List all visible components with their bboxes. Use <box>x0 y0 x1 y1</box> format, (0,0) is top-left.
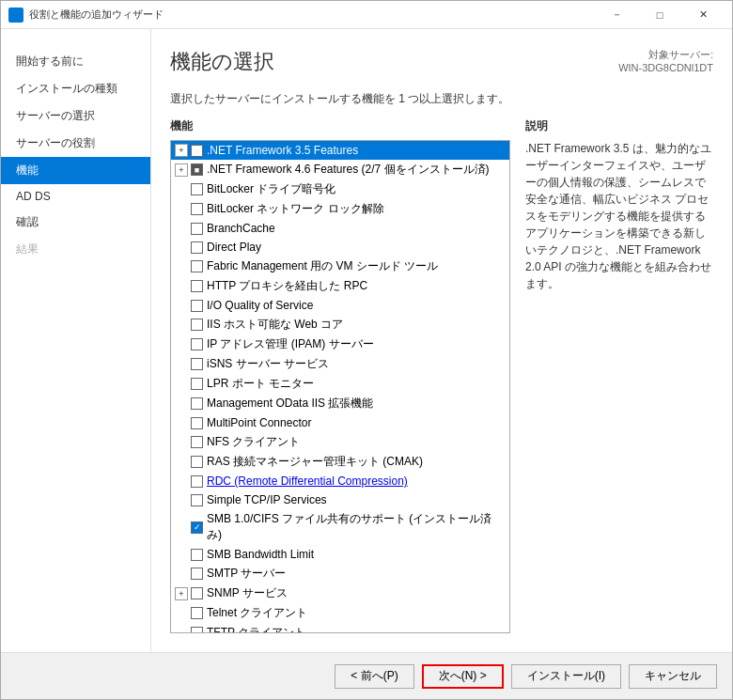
feature-item[interactable]: Simple TCP/IP Services <box>171 490 509 509</box>
feature-label: HTTP プロキシを経由した RPC <box>207 278 367 294</box>
feature-item[interactable]: NFS クライアント <box>171 432 509 452</box>
feature-checkbox[interactable] <box>191 223 203 235</box>
feature-label: Telnet クライアント <box>207 605 307 621</box>
sidebar-item-ad-ds[interactable]: AD DS <box>1 184 150 209</box>
feature-label: TFTP クライアント <box>207 625 305 633</box>
expand-icon[interactable]: + <box>175 163 188 177</box>
feature-label: LPR ポート モニター <box>207 376 314 392</box>
feature-checkbox[interactable] <box>191 607 203 619</box>
feature-checkbox[interactable] <box>191 241 203 254</box>
feature-item[interactable]: TFTP クライアント <box>171 623 509 633</box>
feature-item[interactable]: HTTP プロキシを経由した RPC <box>171 276 509 296</box>
feature-label: Direct Play <box>207 241 261 254</box>
feature-label: BitLocker ドライブ暗号化 <box>207 181 335 197</box>
feature-checkbox[interactable] <box>191 456 203 468</box>
feature-checkbox[interactable] <box>191 145 203 157</box>
sidebar-item-server-role[interactable]: サーバーの役割 <box>1 130 150 157</box>
close-button[interactable]: ✕ <box>681 1 725 29</box>
feature-checkbox[interactable] <box>191 260 203 272</box>
feature-item[interactable]: SMTP サーバー <box>171 564 509 583</box>
minimize-button[interactable]: － <box>595 1 638 29</box>
feature-item[interactable]: IIS ホスト可能な Web コア <box>171 315 509 334</box>
feature-item[interactable]: RAS 接続マネージャー管理キット (CMAK) <box>171 452 509 472</box>
description-panel: 説明 .NET Framework 3.5 は、魅力的なユーザーインターフェイス… <box>525 118 713 633</box>
feature-item[interactable]: Fabric Management 用の VM シールド ツール <box>171 257 509 276</box>
feature-checkbox[interactable] <box>191 378 203 390</box>
feature-list[interactable]: +.NET Framework 3.5 Features+■.NET Frame… <box>170 140 510 633</box>
feature-label: MultiPoint Connector <box>207 416 311 429</box>
feature-checkbox[interactable] <box>191 568 203 580</box>
feature-item[interactable]: MultiPoint Connector <box>171 413 509 432</box>
instruction-text: 選択したサーバーにインストールする機能を 1 つ以上選択します。 <box>170 91 713 107</box>
feature-checkbox[interactable]: ■ <box>191 163 203 176</box>
feature-checkbox[interactable] <box>191 319 203 331</box>
feature-checkbox[interactable] <box>191 475 203 488</box>
sidebar-item-result: 結果 <box>1 236 150 263</box>
feature-label: SMB 1.0/CIFS ファイル共有のサポート (インストール済み) <box>207 511 506 543</box>
feature-checkbox[interactable]: ✓ <box>191 521 203 534</box>
server-label: 対象サーバー: <box>618 48 713 62</box>
feature-checkbox[interactable] <box>191 338 203 350</box>
footer: < 前へ(P) 次へ(N) > インストール(I) キャンセル <box>1 652 732 699</box>
feature-checkbox[interactable] <box>191 203 203 215</box>
sidebar-item-server-select[interactable]: サーバーの選択 <box>1 102 150 130</box>
feature-item[interactable]: RDC (Remote Differential Compression) <box>171 472 509 490</box>
sidebar-item-before-start[interactable]: 開始する前に <box>1 48 150 75</box>
feature-item[interactable]: BitLocker ネットワーク ロック解除 <box>171 199 509 219</box>
feature-checkbox[interactable] <box>191 397 203 410</box>
feature-label: SMTP サーバー <box>207 566 286 582</box>
feature-checkbox[interactable] <box>191 183 203 195</box>
description-label: 説明 <box>525 118 713 134</box>
two-column-layout: 機能 +.NET Framework 3.5 Features+■.NET Fr… <box>170 118 713 633</box>
feature-label: iSNS サーバー サービス <box>207 356 329 372</box>
feature-item[interactable]: BitLocker ドライブ暗号化 <box>171 179 509 199</box>
feature-label: Fabric Management 用の VM シールド ツール <box>207 258 438 274</box>
feature-item[interactable]: LPR ポート モニター <box>171 374 509 394</box>
feature-label: I/O Quality of Service <box>207 299 313 312</box>
feature-label: RAS 接続マネージャー管理キット (CMAK) <box>207 454 423 470</box>
window-controls: － □ ✕ <box>595 1 725 29</box>
feature-checkbox[interactable] <box>191 358 203 370</box>
feature-item[interactable]: Telnet クライアント <box>171 603 509 623</box>
maximize-button[interactable]: □ <box>638 1 681 29</box>
cancel-button[interactable]: キャンセル <box>629 664 717 689</box>
sidebar-item-features[interactable]: 機能 <box>1 157 150 184</box>
feature-checkbox[interactable] <box>191 300 203 312</box>
feature-label: RDC (Remote Differential Compression) <box>207 474 408 488</box>
feature-checkbox[interactable] <box>191 280 203 292</box>
feature-checkbox[interactable] <box>191 549 203 561</box>
install-button[interactable]: インストール(I) <box>511 664 621 689</box>
page-title: 機能の選択 <box>170 48 274 76</box>
feature-item[interactable]: I/O Quality of Service <box>171 296 509 315</box>
sidebar-item-install-type[interactable]: インストールの種類 <box>1 75 150 102</box>
expand-icon[interactable]: + <box>175 144 188 157</box>
feature-label: NFS クライアント <box>207 434 300 450</box>
feature-checkbox[interactable] <box>191 627 203 633</box>
feature-checkbox[interactable] <box>191 494 203 506</box>
feature-checkbox[interactable] <box>191 417 203 429</box>
feature-item[interactable]: IP アドレス管理 (IPAM) サーバー <box>171 334 509 354</box>
feature-item[interactable]: SMB Bandwidth Limit <box>171 545 509 564</box>
feature-label: Management OData IIS 拡張機能 <box>207 396 373 412</box>
server-info: 対象サーバー: WIN-3DG8CDNl1DT <box>618 48 713 73</box>
feature-label: BitLocker ネットワーク ロック解除 <box>207 201 384 217</box>
feature-item[interactable]: +SNMP サービス <box>171 583 509 603</box>
feature-item[interactable]: Management OData IIS 拡張機能 <box>171 394 509 413</box>
feature-item[interactable]: +■.NET Framework 4.6 Features (2/7 個をインス… <box>171 160 509 179</box>
feature-item[interactable]: ✓SMB 1.0/CIFS ファイル共有のサポート (インストール済み) <box>171 509 509 545</box>
expand-icon[interactable]: + <box>175 587 188 600</box>
feature-checkbox[interactable] <box>191 436 203 448</box>
feature-panel: 機能 +.NET Framework 3.5 Features+■.NET Fr… <box>170 118 510 633</box>
next-button[interactable]: 次へ(N) > <box>422 664 504 689</box>
feature-checkbox[interactable] <box>191 587 203 599</box>
title-bar: 役割と機能の追加ウィザード － □ ✕ <box>1 1 732 29</box>
prev-button[interactable]: < 前へ(P) <box>335 664 413 689</box>
content-area: 開始する前に インストールの種類 サーバーの選択 サーバーの役割 機能 AD D… <box>1 29 732 652</box>
feature-item[interactable]: iSNS サーバー サービス <box>171 354 509 374</box>
feature-item[interactable]: Direct Play <box>171 238 509 257</box>
feature-item[interactable]: +.NET Framework 3.5 Features <box>171 141 509 160</box>
feature-item[interactable]: BranchCache <box>171 219 509 238</box>
sidebar-item-confirm[interactable]: 確認 <box>1 209 150 236</box>
page-header: 機能の選択 対象サーバー: WIN-3DG8CDNl1DT <box>170 48 713 76</box>
feature-label: SNMP サービス <box>207 585 288 601</box>
